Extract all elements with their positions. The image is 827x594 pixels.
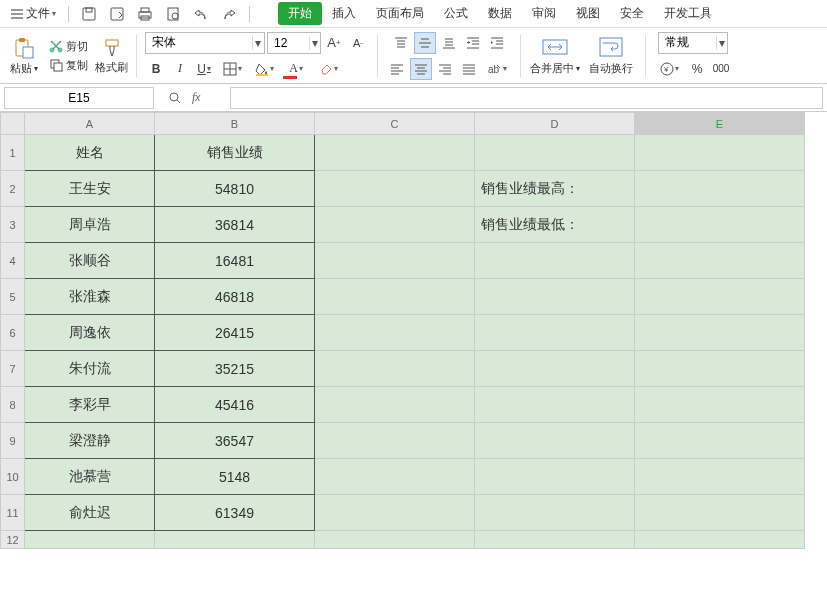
cell-B2[interactable]: 54810 [155,171,315,207]
row-header[interactable]: 2 [1,171,25,207]
cell-B10[interactable]: 5148 [155,459,315,495]
qat-redo[interactable] [217,2,241,26]
row-header[interactable]: 9 [1,423,25,459]
cell-E7[interactable] [635,351,805,387]
grid[interactable]: A B C D E 1 姓名 销售业绩 2 王生安 54810 销售业绩最高： … [0,112,805,549]
cell-D5[interactable] [475,279,635,315]
qat-save[interactable] [77,2,101,26]
col-header-C[interactable]: C [315,113,475,135]
cell-E6[interactable] [635,315,805,351]
name-box[interactable] [4,87,154,109]
tab-security[interactable]: 安全 [610,1,654,26]
row-header[interactable]: 10 [1,459,25,495]
row-header[interactable]: 4 [1,243,25,279]
bold-button[interactable]: B [145,58,167,80]
cell-A4[interactable]: 张顺谷 [25,243,155,279]
cell-A2[interactable]: 王生安 [25,171,155,207]
expand-icon[interactable] [168,91,182,105]
cell-A11[interactable]: 俞灶迟 [25,495,155,531]
cell-B4[interactable]: 16481 [155,243,315,279]
cell-E2[interactable] [635,171,805,207]
tab-page-layout[interactable]: 页面布局 [366,1,434,26]
cell-B7[interactable]: 35215 [155,351,315,387]
cell-C12[interactable] [315,531,475,549]
tab-formulas[interactable]: 公式 [434,1,478,26]
row-header[interactable]: 8 [1,387,25,423]
cell-D7[interactable] [475,351,635,387]
cell-E5[interactable] [635,279,805,315]
comma-style-button[interactable]: 000 [710,58,732,80]
cell-B11[interactable]: 61349 [155,495,315,531]
select-all-corner[interactable] [1,113,25,135]
clear-button[interactable]: ▾ [313,58,343,80]
cell-A9[interactable]: 梁澄静 [25,423,155,459]
cell-E4[interactable] [635,243,805,279]
qat-save-as[interactable] [105,2,129,26]
qat-print-preview[interactable] [161,2,185,26]
cell-E10[interactable] [635,459,805,495]
cell-D10[interactable] [475,459,635,495]
font-size-input[interactable] [268,36,309,50]
cell-A6[interactable]: 周逸依 [25,315,155,351]
cell-D11[interactable] [475,495,635,531]
row-header[interactable]: 7 [1,351,25,387]
cell-A7[interactable]: 朱付流 [25,351,155,387]
cell-C4[interactable] [315,243,475,279]
row-header[interactable]: 3 [1,207,25,243]
align-right-button[interactable] [434,58,456,80]
chevron-down-icon[interactable]: ▾ [716,36,727,50]
cell-E8[interactable] [635,387,805,423]
cell-C5[interactable] [315,279,475,315]
borders-button[interactable]: ▾ [217,58,247,80]
decrease-font-button[interactable]: A- [347,32,369,54]
cell-D8[interactable] [475,387,635,423]
row-header[interactable]: 1 [1,135,25,171]
increase-indent-button[interactable] [486,32,508,54]
paste-button[interactable]: 粘贴▾ [6,35,42,76]
cell-B9[interactable]: 36547 [155,423,315,459]
cell-B12[interactable] [155,531,315,549]
tab-developer[interactable]: 开发工具 [654,1,722,26]
cell-A1[interactable]: 姓名 [25,135,155,171]
cell-C10[interactable] [315,459,475,495]
cell-C7[interactable] [315,351,475,387]
align-top-button[interactable] [390,32,412,54]
cell-B8[interactable]: 45416 [155,387,315,423]
font-color-button[interactable]: A▾ [281,58,311,80]
chevron-down-icon[interactable]: ▾ [309,36,320,50]
cell-C8[interactable] [315,387,475,423]
row-header[interactable]: 6 [1,315,25,351]
cell-C3[interactable] [315,207,475,243]
cell-D2[interactable]: 销售业绩最高： [475,171,635,207]
tab-data[interactable]: 数据 [478,1,522,26]
cell-B1[interactable]: 销售业绩 [155,135,315,171]
fx-icon[interactable]: fx [192,90,200,105]
cell-D3[interactable]: 销售业绩最低： [475,207,635,243]
format-painter-button[interactable] [100,36,124,60]
cell-C2[interactable] [315,171,475,207]
row-header[interactable]: 5 [1,279,25,315]
cell-E12[interactable] [635,531,805,549]
font-name-combo[interactable]: ▾ [145,32,265,54]
justify-button[interactable] [458,58,480,80]
row-header[interactable]: 12 [1,531,25,549]
qat-print[interactable] [133,2,157,26]
row-header[interactable]: 11 [1,495,25,531]
cell-A12[interactable] [25,531,155,549]
cell-B6[interactable]: 26415 [155,315,315,351]
cell-D1[interactable] [475,135,635,171]
chevron-down-icon[interactable]: ▾ [252,36,264,50]
cell-E11[interactable] [635,495,805,531]
italic-button[interactable]: I [169,58,191,80]
cell-A3[interactable]: 周卓浩 [25,207,155,243]
align-middle-button[interactable] [414,32,436,54]
tab-review[interactable]: 审阅 [522,1,566,26]
cell-A10[interactable]: 池慕营 [25,459,155,495]
col-header-E[interactable]: E [635,113,805,135]
cell-A8[interactable]: 李彩早 [25,387,155,423]
qat-undo[interactable] [189,2,213,26]
font-name-input[interactable] [146,36,252,50]
tab-insert[interactable]: 插入 [322,1,366,26]
currency-button[interactable]: ¥▾ [654,58,684,80]
cell-A5[interactable]: 张淮森 [25,279,155,315]
